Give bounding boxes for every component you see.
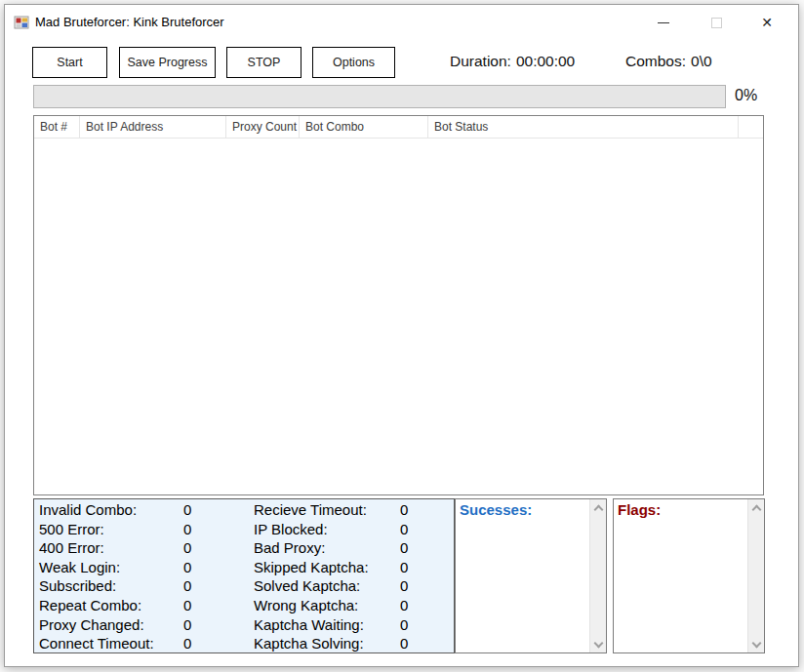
combos-value: 0\0 — [691, 53, 712, 69]
stat-label: Wrong Kaptcha: — [254, 596, 400, 615]
stat-value: 0 — [400, 576, 454, 596]
stat-label: Kaptcha Waiting: — [254, 615, 400, 635]
minimize-icon — [658, 22, 669, 23]
stat-value: 0 — [400, 520, 454, 539]
stat-value: 0 — [400, 538, 454, 558]
stat-value: 0 — [183, 538, 254, 558]
stat-label: Weak Login: — [39, 558, 183, 577]
stats-row: 500 Error: 0 IP Blocked: 0 — [34, 520, 454, 539]
options-button[interactable]: Options — [312, 47, 395, 78]
stats-row: Weak Login: 0 Skipped Kaptcha: 0 — [34, 558, 454, 577]
stat-label: Invalid Combo: — [39, 500, 183, 520]
stat-label: IP Blocked: — [254, 520, 400, 539]
app-window: Mad Bruteforcer: Kink Bruteforcer ✕ Star… — [4, 4, 799, 667]
chevron-up-icon — [594, 504, 604, 514]
stat-label: Recieve Timeout: — [254, 500, 400, 520]
minimize-button[interactable] — [638, 5, 689, 40]
stat-value: 0 — [400, 500, 454, 520]
stats-row: Subscribed: 0 Solved Kaptcha: 0 — [34, 576, 454, 596]
chevron-down-icon — [752, 638, 762, 648]
combos-display: Combos:0\0 — [625, 53, 712, 70]
stat-value: 0 — [183, 500, 254, 520]
stat-label: 500 Error: — [39, 520, 183, 539]
title-bar: Mad Bruteforcer: Kink Bruteforcer ✕ — [5, 5, 798, 40]
app-icon — [14, 15, 29, 30]
scroll-up-button[interactable] — [748, 499, 765, 516]
close-button[interactable]: ✕ — [742, 5, 792, 40]
column-header-bot-combo[interactable]: Bot Combo — [300, 116, 428, 138]
flags-box[interactable]: Flags: — [613, 498, 765, 653]
chevron-down-icon — [594, 638, 604, 648]
stat-value: 0 — [183, 520, 254, 539]
column-header-proxy-count[interactable]: Proxy Count — [226, 116, 300, 138]
maximize-icon — [711, 18, 722, 28]
maximize-button[interactable] — [691, 5, 742, 40]
start-button[interactable]: Start — [32, 47, 107, 78]
stop-button[interactable]: STOP — [226, 47, 302, 78]
stat-label: Proxy Changed: — [39, 615, 183, 635]
stat-label: Connect Timeout: — [39, 634, 183, 653]
flags-label: Flags: — [618, 501, 661, 518]
statistics-panel: Invalid Combo: 0 Recieve Timeout: 0 500 … — [33, 498, 455, 653]
chevron-up-icon — [752, 504, 762, 514]
stat-value: 0 — [183, 596, 254, 615]
stat-value: 0 — [400, 558, 454, 577]
scroll-up-button[interactable] — [590, 499, 607, 516]
stat-value: 0 — [183, 558, 254, 577]
successes-scrollbar[interactable] — [589, 499, 606, 652]
duration-display: Duration:00:00:00 — [450, 53, 575, 70]
progress-bar — [33, 85, 726, 108]
stat-value: 0 — [183, 615, 254, 635]
column-header-bot-number[interactable]: Bot # — [34, 116, 80, 138]
close-icon: ✕ — [761, 16, 773, 29]
stats-row: Proxy Changed: 0 Kaptcha Waiting: 0 — [34, 615, 454, 635]
bot-list-view[interactable]: Bot # Bot IP Address Proxy Count Bot Com… — [33, 115, 764, 495]
stat-value: 0 — [400, 615, 454, 635]
column-header-bot-status[interactable]: Bot Status — [428, 116, 739, 138]
stat-label: Kaptcha Solving: — [254, 634, 400, 653]
stat-label: 400 Error: — [39, 538, 183, 558]
stats-row: Connect Timeout: 0 Kaptcha Solving: 0 — [34, 634, 454, 653]
stat-label: Repeat Combo: — [39, 596, 183, 615]
bot-list-header: Bot # Bot IP Address Proxy Count Bot Com… — [34, 116, 763, 138]
stat-label: Subscribed: — [39, 576, 183, 596]
stats-row: Repeat Combo: 0 Wrong Kaptcha: 0 — [34, 596, 454, 615]
scroll-down-button[interactable] — [590, 636, 607, 652]
save-progress-button[interactable]: Save Progress — [119, 47, 216, 78]
successes-box[interactable]: Sucesses: — [455, 498, 607, 653]
duration-label: Duration: — [450, 53, 511, 69]
successes-label: Sucesses: — [460, 501, 532, 518]
column-header-filler — [739, 116, 763, 138]
combos-label: Combos: — [625, 53, 686, 69]
stats-row: 400 Error: 0 Bad Proxy: 0 — [34, 538, 454, 558]
duration-value: 00:00:00 — [516, 53, 575, 69]
stat-label: Skipped Kaptcha: — [254, 558, 400, 577]
column-header-bot-ip-address[interactable]: Bot IP Address — [80, 116, 226, 138]
flags-scrollbar[interactable] — [747, 499, 764, 652]
stats-row: Invalid Combo: 0 Recieve Timeout: 0 — [34, 500, 454, 520]
stat-value: 0 — [400, 634, 454, 653]
scroll-down-button[interactable] — [748, 636, 765, 652]
window-title: Mad Bruteforcer: Kink Bruteforcer — [35, 5, 224, 40]
stat-label: Bad Proxy: — [254, 538, 400, 558]
stat-label: Solved Kaptcha: — [254, 576, 400, 596]
stat-value: 0 — [183, 576, 254, 596]
stat-value: 0 — [183, 634, 254, 653]
progress-percent-label: 0% — [735, 87, 757, 104]
stat-value: 0 — [400, 596, 454, 615]
bot-list-body[interactable] — [34, 139, 763, 494]
